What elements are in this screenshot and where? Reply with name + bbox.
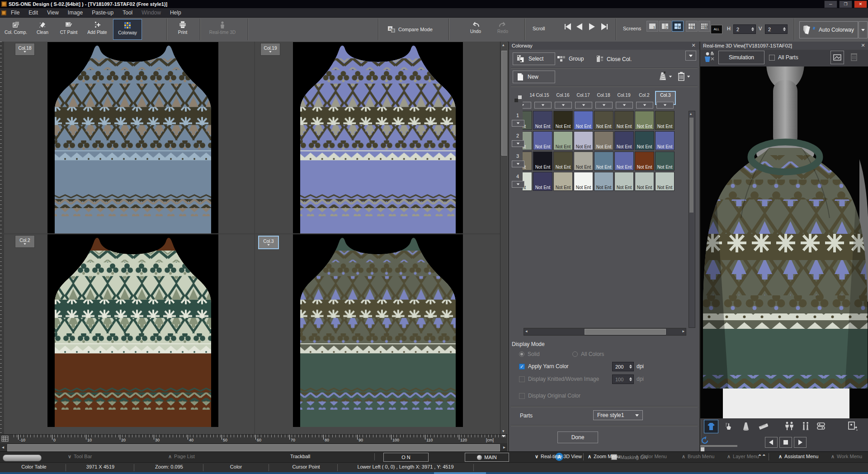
column-header-col-16[interactable]: Col.16 (553, 93, 572, 98)
all-frames-icon[interactable]: ALL (711, 25, 722, 34)
step-back-button[interactable] (765, 437, 778, 448)
column-dropdown-col-18[interactable] (595, 102, 613, 109)
delete-colorway-button[interactable] (677, 71, 690, 81)
yarn-cone-button[interactable] (658, 71, 672, 81)
export-image-button[interactable] (846, 420, 859, 432)
column-dropdown-col-16[interactable] (555, 102, 572, 109)
color-swatch[interactable]: Not Ent (553, 152, 573, 171)
status-page-list[interactable]: ∧Page List (168, 454, 195, 460)
status-trackball[interactable]: Trackball (290, 454, 310, 459)
table-hscroll-thumb[interactable] (585, 329, 666, 335)
color-swatch[interactable]: Not Ent (655, 172, 675, 191)
column-header-col-18[interactable]: Col.18 (594, 93, 613, 98)
solid-radio[interactable]: Solid (519, 351, 540, 357)
color-swatch[interactable]: Not Ent (635, 152, 654, 171)
pattern-cell-col-19[interactable] (293, 42, 463, 233)
color-swatch[interactable]: Not Ent (614, 152, 634, 171)
status-menu-layer-menu[interactable]: ∧Layer Menu (727, 454, 759, 460)
h-spinner-arrows[interactable] (750, 27, 755, 31)
slim-mannequin-button[interactable] (799, 420, 812, 432)
color-swatch[interactable]: Not Ent (614, 111, 634, 130)
color-swatch[interactable]: Not Ent (635, 111, 654, 130)
row-dropdown-1[interactable] (512, 120, 524, 127)
color-swatch[interactable]: Not Ent (635, 172, 654, 191)
column-header-col-19[interactable]: Col.19 (614, 93, 633, 98)
screens-1-button[interactable]: 1 (646, 21, 658, 32)
close-button[interactable]: ✕ (854, 0, 867, 8)
scroll-down-arrow[interactable]: ▾ (502, 429, 505, 433)
color-swatch[interactable]: Not Ent (614, 131, 634, 150)
color-swatch[interactable]: Not Ent (655, 152, 675, 171)
pattern-canvas[interactable]: Col.18Col.19Col.2Col.3 -1001020304050607… (0, 42, 507, 451)
v-count-spinner[interactable]: 2 (765, 24, 788, 34)
minimize-button[interactable]: ─ (824, 0, 837, 8)
add-plate-button[interactable]: Add Plate (83, 19, 111, 40)
all-parts-checkbox[interactable]: All Parts (769, 54, 798, 61)
menu-item-tool[interactable]: Tool (118, 9, 137, 16)
column-dropdown-col-17[interactable] (575, 102, 592, 109)
canvas-horizontal-scrollbar[interactable]: ◂ ▸ (0, 443, 507, 451)
color-swatch[interactable]: Not Ent (594, 111, 613, 130)
menu-item-file[interactable]: File (6, 9, 24, 16)
menu-item-paste-up[interactable]: Paste-up (87, 9, 118, 16)
expand-menus-icon[interactable]: ⌃⌃ (758, 454, 766, 460)
compare-mode-button[interactable]: A B Compare Mode (387, 19, 442, 40)
dress-button[interactable] (739, 420, 753, 432)
column-header-col-17[interactable]: Col.17 (574, 93, 593, 98)
maximize-button[interactable]: ❐ (839, 0, 852, 8)
menu-item-view[interactable]: View (42, 9, 63, 16)
colorway-expand-button[interactable] (685, 51, 696, 61)
status-menu-work-menu[interactable]: ∧Work Menu (831, 454, 862, 460)
color-swatch[interactable]: Not Ent (574, 152, 593, 171)
3d-trash-button[interactable] (848, 51, 860, 63)
pattern-cell-col-18[interactable] (47, 42, 218, 233)
menu-item-edit[interactable]: Edit (24, 9, 42, 16)
column-dropdown-col-2[interactable] (636, 102, 653, 109)
row-dropdown-2[interactable] (512, 140, 524, 147)
status-menu-zoom-menu[interactable]: ∧Zoom Menu (588, 454, 620, 460)
color-swatch[interactable]: Not Ent (655, 111, 675, 130)
colorway-button[interactable]: Colorway (113, 19, 142, 40)
canvas-vertical-scrollbar[interactable]: ▴ ▾ (500, 42, 507, 434)
colorway-tab-col-2[interactable]: Col.2 (15, 235, 35, 248)
pattern-cell-col-3[interactable] (293, 234, 463, 427)
color-swatch[interactable]: Not Ent (533, 172, 552, 191)
color-swatch[interactable]: Not Ent (574, 172, 593, 191)
knitted-dpi-spinner[interactable]: 100 (612, 374, 634, 384)
real-time-3d-button[interactable]: Real-time 3D (203, 19, 242, 40)
colorway-tab-col-19[interactable]: Col.19 (260, 43, 280, 56)
status-grip[interactable] (3, 455, 42, 461)
table-vertical-scrollbar[interactable]: ▴ (689, 111, 695, 328)
colorway-tab-col-18[interactable]: Col.18 (15, 43, 35, 56)
row-dropdown-4[interactable] (512, 181, 524, 188)
pattern-cell-col-2[interactable] (47, 234, 218, 427)
screens-12-button[interactable]: 12 (698, 21, 710, 32)
column-dropdown-col-19[interactable] (616, 102, 633, 109)
mannequin-pair-button[interactable] (783, 420, 796, 432)
colorway-close-icon[interactable]: ✕ (690, 43, 697, 48)
h-count-spinner[interactable]: 2 (733, 24, 756, 34)
status-tool-bar[interactable]: ∨Tool Bar (68, 454, 92, 460)
redo-button[interactable]: Redo (493, 19, 513, 40)
snapshot-image-button[interactable] (830, 51, 844, 64)
knitted-image-checkbox[interactable]: Display Knitted/Woven Image (519, 376, 599, 382)
table-horizontal-scrollbar[interactable]: ◂ ▸ (524, 328, 686, 336)
screens-4-button[interactable]: 4 (672, 21, 684, 32)
auto-colorway-dropdown[interactable] (859, 21, 868, 38)
canvas-hscroll-thumb[interactable] (7, 444, 500, 451)
close-col-button[interactable]: Close Col. (596, 55, 632, 63)
color-swatch[interactable]: Not Ent (594, 131, 613, 150)
menu-item-window[interactable]: Window (137, 9, 165, 16)
scroll-prev-button[interactable] (574, 22, 585, 32)
color-swatch[interactable]: Not Ent (574, 111, 593, 130)
row-dropdown-3[interactable] (512, 161, 524, 167)
status-menu-brush-menu[interactable]: ∧Brush Menu (682, 454, 714, 460)
scroll-right-arrow[interactable]: ▸ (503, 445, 505, 450)
original-color-checkbox[interactable]: Display Original Color (519, 393, 580, 399)
status-menu-color-menu[interactable]: ∧Color Menu (635, 454, 667, 460)
table-vscroll-thumb[interactable] (689, 118, 693, 213)
canvas-vscroll-thumb[interactable] (501, 51, 507, 156)
scroll-last-button[interactable] (599, 22, 609, 32)
colorway-tab-col-3[interactable]: Col.3 (258, 236, 279, 249)
garment-view-button[interactable] (704, 420, 718, 433)
